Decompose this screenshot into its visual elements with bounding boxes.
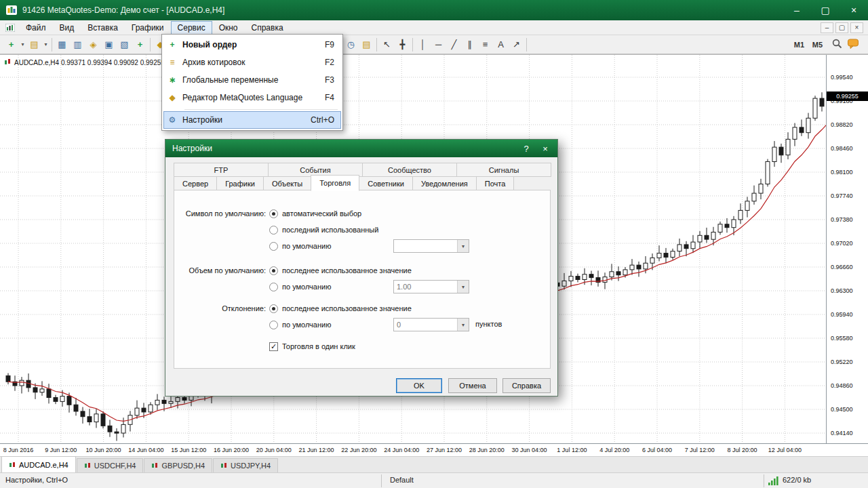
chart-tab-label: AUDCAD.e,H4 [19,461,68,469]
chat-icon[interactable] [848,39,859,51]
trendline-icon[interactable]: ╱ [446,37,462,52]
navigator-icon[interactable]: ◈ [85,37,101,52]
chart-tab[interactable]: AUDCAD.e,H4 [1,456,76,472]
radio-icon[interactable] [269,321,278,329]
text-icon[interactable]: A [493,37,509,52]
chart-tab-bar: AUDCAD.e,H4 USDCHF,H4 GBPUSD,H4 USDJPY,H… [0,456,868,472]
radio-option[interactable]: по умолчанию [269,281,331,292]
one-click-trading-option[interactable]: Торговля в один клик [269,341,355,352]
toolbar-separator [52,38,52,52]
dialog-tab[interactable]: FTP [174,163,269,177]
crosshair-icon[interactable]: ╋ [395,37,410,52]
strategy-tester-icon[interactable]: ▧ [117,37,132,52]
time-axis-label: 28 Jun 20:00 [469,447,505,453]
radio-icon[interactable] [269,209,278,218]
terminal-icon[interactable]: ▣ [101,37,117,52]
radio-option[interactable]: по умолчанию [269,241,331,251]
maximize-button[interactable]: ▢ [811,0,840,20]
data-window-icon[interactable]: ▥ [70,37,85,52]
symbol-default-combobox[interactable]: ▾ [393,239,469,253]
dialog-tab[interactable]: Уведомления [412,176,477,190]
help-button[interactable]: Справка [502,378,551,393]
menubar-item[interactable]: Окно [212,21,245,35]
chart-tab[interactable]: USDJPY,H4 [213,458,278,472]
periods-dropdown-icon[interactable]: ◷ [343,37,359,52]
radio-icon[interactable] [269,266,278,275]
templates-icon[interactable]: ▤ [359,37,374,52]
cancel-button[interactable]: Отмена [448,378,497,393]
radio-option[interactable]: по умолчанию [269,319,331,330]
dialog-tab-row-front: СерверГрафикиОбъектыТорговляСоветникиУве… [174,176,513,190]
channel-icon[interactable]: ∥ [462,37,477,52]
volume-default-combobox[interactable]: 1.00 ▾ [393,280,469,293]
minimize-button[interactable]: – [783,0,811,20]
profiles-icon[interactable]: ▤ [26,37,42,52]
radio-option[interactable]: последнее использованное значение [269,303,412,314]
dialog-tab[interactable]: Почта [476,176,515,190]
radio-icon[interactable] [269,283,278,291]
menubar-item[interactable]: Вставка [81,21,125,35]
chart-tab[interactable]: USDCHF,H4 [77,458,144,472]
mdi-restore-icon[interactable]: ▢ [835,22,848,33]
menubar-item[interactable]: Вид [53,21,81,35]
menu-item[interactable]: ◆ Редактор MetaQuotes Language F4 [163,89,341,106]
dialog-titlebar[interactable]: Настройки ? × [165,140,557,157]
chart-tab-icon [151,462,158,469]
radio-option[interactable]: автоматический выбор [269,208,361,219]
radio-option[interactable]: последнее использованное значение [269,265,412,276]
radio-icon[interactable] [269,242,278,251]
dialog-tab[interactable]: Сервер [174,176,217,190]
checkbox-icon[interactable] [269,342,278,351]
dialog-tab[interactable]: Графики [216,176,264,190]
radio-icon[interactable] [269,304,278,313]
search-icon[interactable] [832,39,842,51]
menu-item-label: Редактор MetaQuotes Language [180,93,325,102]
dialog-tab[interactable]: Сигналы [456,163,551,177]
radio-option[interactable]: последний использованный [269,224,378,235]
profiles-dropdown-icon[interactable]: ▾ [42,37,50,52]
radio-icon[interactable] [269,226,278,235]
chart-tab[interactable]: GBPUSD,H4 [144,458,212,472]
mdi-close-icon[interactable]: × [850,22,863,33]
menu-item[interactable]: ≡ Архив котировок F2 [163,54,341,71]
horizontal-line-icon[interactable]: ─ [431,37,446,52]
deviation-suffix: пунктов [475,320,502,328]
dialog-tab[interactable]: Торговля [311,175,359,191]
new-chart-icon[interactable]: + [3,37,19,52]
menubar-item[interactable]: Файл [19,21,53,35]
combo-dropdown-icon[interactable]: ▾ [457,319,469,331]
period-m5-button[interactable]: M5 [808,37,827,52]
fibonacci-icon[interactable]: ≡ [477,37,493,52]
status-profile[interactable]: Default [390,476,414,484]
dialog-close-button[interactable]: × [538,142,553,155]
menu-item-shortcut: F2 [325,58,340,67]
time-axis-label: 1 Jul 12:00 [557,447,587,453]
dialog-tab[interactable]: Советники [359,176,413,190]
market-watch-icon[interactable]: ▦ [54,37,70,52]
new-order-icon[interactable]: + [132,37,148,52]
combo-dropdown-icon[interactable]: ▾ [457,281,469,293]
period-m1-button[interactable]: M1 [790,37,808,52]
menubar-item[interactable]: Графики [125,21,171,35]
mdi-minimize-icon[interactable]: – [821,22,833,33]
menubar-item[interactable]: Сервис [171,21,212,35]
dialog-tab[interactable]: Сообщество [362,163,457,177]
time-axis[interactable]: 8 Jun 20169 Jun 12:0010 Jun 20:0014 Jun … [0,443,868,457]
ok-button[interactable]: OK [396,378,442,393]
menu-item[interactable]: ⚙ Настройки Ctrl+O [163,111,341,129]
menubar-item[interactable]: Справка [245,21,290,35]
titlebar: 91426 MetaQuotes-Demo: Демо счет - [AUDC… [0,0,868,20]
new-chart-dropdown-icon[interactable]: ▾ [19,37,26,52]
close-button[interactable]: × [840,0,868,20]
arrows-icon[interactable]: ↗ [509,37,524,52]
menu-item[interactable]: ∗ Глобальные переменные F3 [163,71,341,89]
price-axis[interactable]: 0.99255 0.995400.991800.988200.984600.98… [826,55,868,443]
combo-dropdown-icon[interactable]: ▾ [457,240,469,252]
menu-item[interactable]: + Новый ордер F9 [163,36,341,54]
dialog-tab[interactable]: Объекты [263,176,311,190]
dialog-help-button[interactable]: ? [519,142,534,155]
cursor-icon[interactable]: ↖ [379,37,395,52]
menu-item[interactable] [163,106,341,111]
deviation-combobox[interactable]: 0 ▾ [393,318,469,331]
vertical-line-icon[interactable]: │ [415,37,431,52]
